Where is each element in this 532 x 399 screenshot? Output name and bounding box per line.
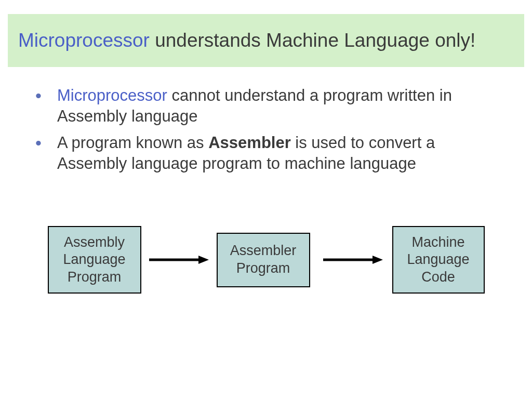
flow-diagram: Assembly Language Program Assembler Prog… <box>26 226 506 294</box>
bullet-list: Microprocessor cannot understand a progr… <box>26 85 506 174</box>
svg-marker-1 <box>198 256 209 264</box>
svg-marker-3 <box>373 256 383 264</box>
box-label: Assembler Program <box>230 242 297 277</box>
slide-title: Microprocessor understands Machine Langu… <box>8 14 524 67</box>
arrow-icon <box>323 255 383 265</box>
bullet-item: A program known as Assembler is used to … <box>26 132 506 175</box>
box-label: Assembly Language Program <box>63 234 125 286</box>
title-highlight: Microprocessor <box>18 30 150 51</box>
box-label: Machine Language Code <box>407 234 469 286</box>
bullet-item: Microprocessor cannot understand a progr… <box>26 85 506 127</box>
bullet-highlight: Microprocessor <box>57 86 167 104</box>
slide-content: Microprocessor cannot understand a progr… <box>0 67 532 294</box>
title-rest: understands Machine Language only! <box>150 30 475 51</box>
diagram-box-assembler: Assembler Program <box>217 233 310 287</box>
diagram-box-assembly-language: Assembly Language Program <box>48 226 141 294</box>
arrow-icon <box>149 255 209 265</box>
diagram-box-machine-code: Machine Language Code <box>392 226 485 294</box>
bullet-bold: Assembler <box>208 134 291 152</box>
bullet-text-part1: A program known as <box>57 134 208 152</box>
